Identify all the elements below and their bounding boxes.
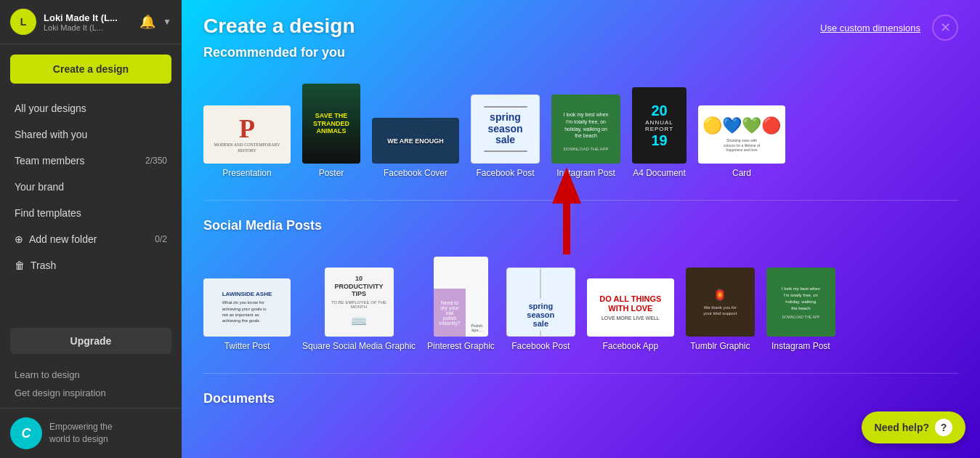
- sidebar-footer: C Empowering the world to design: [0, 408, 182, 458]
- design-inspiration-link[interactable]: Get design inspiration: [15, 384, 167, 402]
- design-item-presentation[interactable]: P MODERN AND CONTEMPORARY HISTORY Presen…: [203, 105, 291, 178]
- user-name: Loki Made It (L...: [44, 12, 132, 23]
- design-item-instagram2[interactable]: I look my best whenI'm totally free, onh…: [766, 268, 835, 351]
- tumblr-thumbnail: 🏮 We thank you foryour kind support: [686, 268, 755, 337]
- user-sub: Loki Made It (L...: [44, 23, 132, 32]
- fb-post-label: Facebook Post: [476, 168, 534, 178]
- social-grid: LAWINSIDE ASHE What do you know forachie…: [203, 257, 958, 351]
- tumblr-label: Tumblr Graphic: [690, 341, 750, 351]
- poster-label: Poster: [319, 168, 344, 178]
- custom-dimensions-link[interactable]: Use custom dimensions: [820, 23, 920, 33]
- close-button[interactable]: ✕: [932, 15, 958, 41]
- instagram2-label: Instagram Post: [772, 341, 830, 351]
- recommended-grid: P MODERN AND CONTEMPORARY HISTORY Presen…: [203, 84, 958, 178]
- recommended-section-title: Recommended for you: [203, 45, 345, 60]
- card-thumbnail: 🟡💙💚🔴 Shooting stars withcolours for a li…: [698, 105, 785, 164]
- design-item-fb-post2[interactable]: springseasonsale Facebook Post: [506, 268, 575, 351]
- notifications-icon[interactable]: 🔔: [139, 14, 155, 30]
- social-section-header: Social Media Posts: [203, 218, 958, 245]
- create-design-button[interactable]: Create a design: [10, 55, 171, 84]
- sidebar-nav: All your designs Shared with you Team me…: [0, 89, 182, 322]
- sidebar-bottom-links: Learn to design Get design inspiration: [0, 360, 182, 408]
- fb-app-thumbnail: DO ALL THINGSWITH LOVE LOVE MORE LIVE WE…: [587, 278, 674, 337]
- folder-badge: 0/2: [155, 234, 167, 244]
- section-divider-1: [203, 200, 958, 201]
- poster-thumbnail: SAVE THE STRANDED ANIMALS: [302, 84, 360, 164]
- fb-cover-label: Facebook Cover: [384, 168, 448, 178]
- avatar: L: [10, 9, 36, 35]
- design-item-fb-app[interactable]: DO ALL THINGSWITH LOVE LOVE MORE LIVE WE…: [587, 278, 674, 351]
- fb-post2-label: Facebook Post: [511, 341, 570, 351]
- user-info: Loki Made It (L... Loki Made It (L...: [44, 12, 132, 32]
- fb-post-text: springseasonsale: [485, 109, 525, 148]
- instagram2-thumbnail: I look my best whenI'm totally free, onh…: [766, 268, 835, 337]
- twitter-thumbnail: LAWINSIDE ASHE What do you know forachie…: [203, 278, 291, 337]
- card-label: Card: [732, 168, 751, 178]
- sidebar-item-team[interactable]: Team members 2/350: [0, 148, 182, 174]
- design-item-twitter[interactable]: LAWINSIDE ASHE What do you know forachie…: [203, 278, 291, 351]
- design-item-poster[interactable]: SAVE THE STRANDED ANIMALS Poster: [302, 84, 360, 178]
- pinterest-thumbnail: Need to dry your nailpolish instantly? P…: [434, 257, 488, 337]
- trash-icon: 🗑: [15, 260, 25, 271]
- main-header: Create a design Use custom dimensions ✕: [203, 15, 958, 41]
- design-item-fb-cover[interactable]: WE ARE ENOUGH Facebook Cover: [372, 118, 459, 178]
- presentation-thumbnail: P MODERN AND CONTEMPORARY HISTORY: [203, 105, 291, 164]
- design-item-tumblr[interactable]: 🏮 We thank you foryour kind support Tumb…: [686, 268, 755, 351]
- footer-tagline: Empowering the world to design: [49, 421, 113, 446]
- sidebar-item-all-designs[interactable]: All your designs: [0, 95, 182, 121]
- presentation-label: Presentation: [222, 168, 271, 178]
- pinterest-label: Pinterest Graphic: [427, 341, 495, 351]
- fb-cover-thumbnail: WE ARE ENOUGH: [372, 118, 459, 164]
- sidebar-item-brand[interactable]: Your brand: [0, 174, 182, 200]
- design-item-fb-post[interactable]: springseasonsale Facebook Post: [471, 95, 540, 178]
- a4-label: A4 Document: [633, 168, 686, 178]
- sidebar: L Loki Made It (L... Loki Made It (L... …: [0, 0, 182, 458]
- social-section-title: Social Media Posts: [203, 218, 322, 233]
- help-icon: ?: [935, 419, 952, 436]
- learn-to-design-link[interactable]: Learn to design: [15, 366, 167, 384]
- fb-post-thumbnail: springseasonsale: [471, 95, 540, 164]
- square-social-label: Square Social Media Graphic: [302, 341, 416, 351]
- design-item-square-social[interactable]: 10PRODUCTIVITYTIPS TO BE EMPLOYEE OF THE…: [302, 268, 416, 351]
- square-social-thumbnail: 10PRODUCTIVITYTIPS TO BE EMPLOYEE OF THE…: [325, 268, 394, 337]
- documents-section-title: Documents: [203, 391, 958, 406]
- chevron-down-icon[interactable]: ▼: [163, 17, 171, 27]
- team-badge: 2/350: [145, 156, 167, 166]
- design-item-pinterest[interactable]: Need to dry your nailpolish instantly? P…: [427, 257, 495, 351]
- design-item-instagram[interactable]: I look my best whenI'm totally free, onh…: [551, 95, 620, 178]
- section-divider-2: [203, 373, 958, 374]
- documents-section: Documents: [203, 391, 958, 406]
- plus-icon: ⊕: [15, 233, 23, 245]
- main-content: Create a design Use custom dimensions ✕ …: [182, 0, 980, 458]
- sidebar-header: L Loki Made It (L... Loki Made It (L... …: [0, 0, 182, 44]
- sidebar-item-trash[interactable]: 🗑 Trash: [0, 252, 182, 278]
- sidebar-item-add-folder[interactable]: ⊕ Add new folder 0/2: [0, 226, 182, 252]
- sidebar-item-templates[interactable]: Find templates: [0, 200, 182, 226]
- recommended-section-header: Recommended for you: [203, 45, 958, 72]
- fb-app-label: Facebook App: [602, 341, 658, 351]
- twitter-label: Twitter Post: [224, 341, 270, 351]
- instagram-thumbnail: I look my best whenI'm totally free, onh…: [551, 95, 620, 164]
- need-help-button[interactable]: Need help? ?: [862, 411, 965, 443]
- instagram-label: Instagram Post: [556, 168, 615, 178]
- sidebar-item-shared[interactable]: Shared with you: [0, 121, 182, 148]
- design-item-card[interactable]: 🟡💙💚🔴 Shooting stars withcolours for a li…: [698, 105, 785, 178]
- a4-thumbnail: 20 ANNUAL REPORT 19: [632, 87, 687, 164]
- fb-post2-thumbnail: springseasonsale: [506, 268, 575, 337]
- design-item-a4[interactable]: 20 ANNUAL REPORT 19 A4 Document: [632, 87, 687, 178]
- upgrade-button[interactable]: Upgrade: [10, 328, 171, 354]
- top-right-controls: Use custom dimensions ✕: [820, 15, 958, 41]
- canva-logo: C: [10, 417, 42, 449]
- page-title: Create a design: [203, 15, 355, 38]
